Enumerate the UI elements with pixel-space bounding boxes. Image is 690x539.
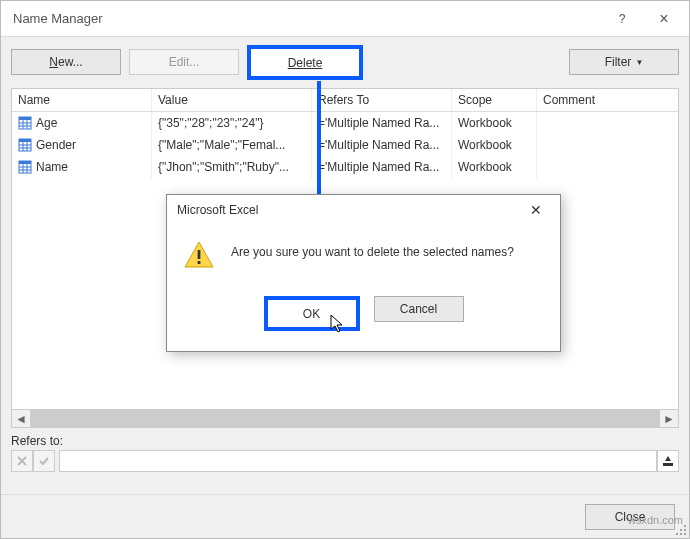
cancel-refers-button (11, 450, 33, 472)
new-button[interactable]: New... (11, 49, 121, 75)
refers-cell: ='Multiple Named Ra... (312, 112, 452, 134)
scroll-right-icon[interactable]: ► (660, 410, 678, 427)
svg-rect-25 (198, 250, 201, 259)
name-cell: Name (36, 160, 68, 174)
grid-header: Name Value Refers To Scope Comment (12, 89, 678, 112)
col-comment[interactable]: Comment (537, 89, 678, 111)
table-row[interactable]: Gender {"Male";"Male";"Femal... ='Multip… (12, 134, 678, 156)
refers-cell: ='Multiple Named Ra... (312, 156, 452, 178)
comment-cell (537, 156, 678, 178)
col-name[interactable]: Name (12, 89, 152, 111)
edit-button: Edit... (129, 49, 239, 75)
modal-message: Are you sure you want to delete the sele… (231, 239, 514, 259)
svg-point-22 (676, 533, 678, 535)
scroll-thumb[interactable] (30, 410, 660, 427)
scope-cell: Workbook (452, 156, 537, 178)
cursor-icon (330, 314, 346, 334)
modal-close-button[interactable]: ✕ (516, 198, 556, 222)
range-picker-button[interactable] (657, 450, 679, 472)
modal-footer: OK Cancel (167, 296, 560, 331)
svg-point-23 (680, 529, 682, 531)
titlebar: Name Manager ? × (1, 1, 689, 37)
ok-button[interactable]: OK (264, 296, 360, 331)
name-cell: Gender (36, 138, 76, 152)
dialog-footer: Close (1, 494, 689, 538)
modal-titlebar: Microsoft Excel ✕ (167, 195, 560, 225)
refers-to-label: Refers to: (11, 434, 679, 448)
window-close-button[interactable]: × (643, 1, 685, 37)
chevron-down-icon: ▼ (635, 58, 643, 67)
cancel-button[interactable]: Cancel (374, 296, 464, 322)
svg-rect-7 (19, 139, 31, 142)
col-value[interactable]: Value (152, 89, 312, 111)
svg-point-24 (684, 525, 686, 527)
table-icon (18, 160, 32, 174)
warning-icon (183, 239, 215, 274)
value-cell: {"35";"28";"23";"24"} (152, 112, 312, 134)
scroll-left-icon[interactable]: ◄ (12, 410, 30, 427)
svg-rect-18 (663, 463, 673, 466)
accept-refers-button (33, 450, 55, 472)
svg-rect-13 (19, 161, 31, 164)
comment-cell (537, 112, 678, 134)
table-icon (18, 116, 32, 130)
filter-button[interactable]: Filter▼ (569, 49, 679, 75)
col-scope[interactable]: Scope (452, 89, 537, 111)
watermark: wsxdn.com (628, 514, 683, 526)
toolbar: New... Edit... Delete Filter▼ (1, 37, 689, 88)
help-button[interactable]: ? (601, 1, 643, 37)
scope-cell: Workbook (452, 134, 537, 156)
table-icon (18, 138, 32, 152)
delete-button[interactable]: Delete (247, 45, 363, 80)
name-cell: Age (36, 116, 57, 130)
confirm-delete-dialog: Microsoft Excel ✕ Are you sure you want … (166, 194, 561, 352)
svg-rect-1 (19, 117, 31, 120)
window-title: Name Manager (13, 11, 601, 26)
modal-title: Microsoft Excel (177, 203, 516, 217)
table-row[interactable]: Age {"35";"28";"23";"24"} ='Multiple Nam… (12, 112, 678, 134)
horizontal-scrollbar[interactable]: ◄ ► (11, 410, 679, 428)
name-manager-window: Name Manager ? × New... Edit... Delete F… (0, 0, 690, 539)
refers-to-input[interactable] (59, 450, 657, 472)
comment-cell (537, 134, 678, 156)
scope-cell: Workbook (452, 112, 537, 134)
svg-point-21 (684, 529, 686, 531)
col-refers[interactable]: Refers To (312, 89, 452, 111)
table-row[interactable]: Name {"Jhon";"Smith";"Ruby"... ='Multipl… (12, 156, 678, 178)
svg-point-19 (684, 533, 686, 535)
svg-point-20 (680, 533, 682, 535)
refers-to-row (11, 450, 679, 472)
scroll-track[interactable] (30, 410, 660, 427)
value-cell: {"Jhon";"Smith";"Ruby"... (152, 156, 312, 178)
svg-rect-26 (198, 261, 201, 264)
value-cell: {"Male";"Male";"Femal... (152, 134, 312, 156)
refers-cell: ='Multiple Named Ra... (312, 134, 452, 156)
